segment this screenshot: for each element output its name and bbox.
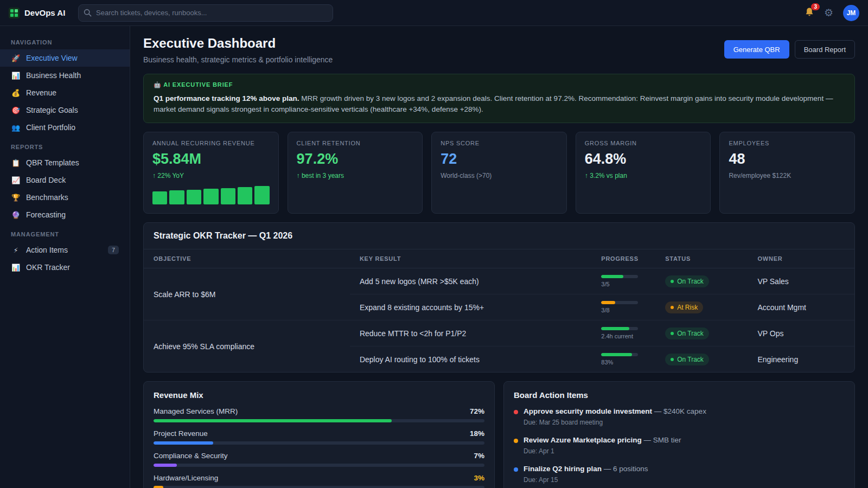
okr-row: Achieve 95% SLA compliance Reduce MTTR t…	[144, 320, 854, 346]
status-badge: On Track	[665, 275, 709, 287]
search-input[interactable]	[78, 4, 333, 22]
board-action-item: Approve security module investment — $24…	[514, 407, 845, 426]
sidebar-section-management: Management	[0, 223, 130, 241]
arr-sparkline-chart	[152, 186, 270, 204]
sidebar-item-qbr-templates[interactable]: 📋 QBR Templates	[0, 154, 130, 171]
app-brand: DevOps AI	[9, 8, 69, 18]
col-status: Status	[655, 249, 748, 268]
sidebar-item-revenue[interactable]: 💰 Revenue	[0, 84, 130, 101]
trophy-icon: 🏆	[11, 194, 21, 202]
settings-gear-icon[interactable]: ⚙	[824, 8, 833, 18]
mix-row-project-revenue: Project Revenue 18%	[154, 429, 484, 445]
mix-row-compliance-security: Compliance & Security 7%	[154, 452, 484, 467]
people-icon: 👥	[11, 124, 21, 132]
col-key-result: Key Result	[350, 249, 591, 268]
okr-row: Scale ARR to $6M Add 5 new logos (MRR >$…	[144, 268, 854, 294]
board-action-item: Review Azure Marketplace pricing — SMB t…	[514, 436, 845, 455]
revenue-mix-card: Revenue Mix Managed Services (MRR) 72% P…	[143, 381, 495, 488]
page-subtitle: Business health, strategic metrics & por…	[143, 55, 333, 64]
ai-brief-lead: Q1 performance tracking 12% above plan.	[154, 94, 299, 102]
sidebar-item-executive-view[interactable]: 🚀 Executive View	[0, 49, 130, 67]
key-result-cell: Reduce MTTR to <2h for P1/P2	[350, 320, 591, 346]
progress-bar	[601, 301, 615, 304]
sidebar-section-navigation: Navigation	[0, 31, 130, 49]
notifications-button[interactable]: 3	[805, 7, 814, 19]
progress-cell: 83%	[591, 346, 655, 373]
kpi-sub: ↑ best in 3 years	[297, 172, 414, 179]
kpi-card-nps: NPS Score 72 World-class (>70)	[431, 132, 567, 214]
kpi-card-gross-margin: Gross Margin 64.8% ↑ 3.2% vs plan	[576, 132, 711, 214]
kpi-label: Annual Recurring Revenue	[152, 140, 270, 146]
sidebar-item-business-health[interactable]: 📊 Business Health	[0, 67, 130, 84]
sidebar-item-forecasting[interactable]: 🔮 Forecasting	[0, 206, 130, 223]
sidebar-item-okr-tracker[interactable]: 📊 OKR Tracker	[0, 259, 130, 276]
ai-brief-body: Q1 performance tracking 12% above plan. …	[154, 93, 845, 114]
user-avatar[interactable]: JM	[843, 5, 859, 21]
priority-dot-icon	[514, 410, 518, 414]
search-box	[78, 4, 333, 22]
key-result-cell: Expand 8 existing accounts by 15%+	[350, 294, 591, 320]
sidebar-item-action-items[interactable]: ⚡ Action Items 7	[0, 241, 130, 259]
key-result-cell: Add 5 new logos (MRR >$5K each)	[350, 268, 591, 294]
action-items-count-badge: 7	[108, 246, 119, 254]
sidebar-item-strategic-goals[interactable]: 🎯 Strategic Goals	[0, 101, 130, 119]
owner-cell: Account Mgmt	[748, 294, 854, 320]
main-content: Executive Dashboard Business health, str…	[130, 26, 868, 488]
board-action-item: Finalize Q2 hiring plan — 6 positions Du…	[514, 465, 845, 484]
owner-cell: Engineering	[748, 346, 854, 373]
money-icon: 💰	[11, 89, 21, 97]
top-bar: DevOps AI 3 ⚙ JM	[0, 0, 868, 26]
kpi-sub: ↑ 3.2% vs plan	[585, 172, 702, 179]
kpi-value: 64.8%	[585, 151, 702, 168]
crystal-ball-icon: 🔮	[11, 211, 21, 219]
progress-cell: 2.4h current	[591, 320, 655, 346]
mix-row-managed-services: Managed Services (MRR) 72%	[154, 407, 484, 422]
app-name: DevOps AI	[24, 8, 65, 17]
kpi-label: NPS Score	[441, 140, 558, 146]
okr-table: Objective Key Result Progress Status Own…	[144, 249, 854, 372]
board-actions-title: Board Action Items	[514, 390, 845, 400]
status-badge: On Track	[665, 354, 709, 365]
bar-chart-icon: 📊	[11, 264, 21, 272]
generate-qbr-button[interactable]: Generate QBR	[724, 40, 789, 59]
page-title: Executive Dashboard	[143, 36, 333, 51]
okr-tracker-card: Strategic OKR Tracker — Q1 2026 Objectiv…	[143, 222, 855, 373]
board-report-button[interactable]: Board Report	[795, 40, 855, 59]
mix-bar	[154, 419, 392, 422]
progress-cell: 3/5	[591, 268, 655, 294]
clipboard-icon: 📋	[11, 159, 21, 167]
status-badge: On Track	[665, 328, 709, 339]
sidebar-item-board-deck[interactable]: 📈 Board Deck	[0, 171, 130, 189]
mix-bar	[154, 441, 213, 445]
progress-bar	[601, 353, 631, 356]
sidebar: Navigation 🚀 Executive View 📊 Business H…	[0, 26, 130, 488]
kpi-card-retention: Client Retention 97.2% ↑ best in 3 years	[288, 132, 423, 214]
sidebar-item-client-portfolio[interactable]: 👥 Client Portfolio	[0, 119, 130, 136]
rocket-icon: 🚀	[11, 54, 21, 62]
key-result-cell: Deploy AI routing to 100% of tickets	[350, 346, 591, 373]
mix-bar	[154, 486, 163, 488]
kpi-sub: Rev/employee $122K	[729, 172, 846, 179]
priority-dot-icon	[514, 439, 518, 443]
search-icon	[84, 9, 92, 17]
kpi-sub: ↑ 22% YoY	[152, 172, 270, 179]
progress-cell: 3/8	[591, 294, 655, 320]
ai-brief-title: 🤖 AI Executive Brief	[154, 81, 845, 88]
mix-row-hardware-licensing: Hardware/Licensing 3%	[154, 474, 484, 488]
kpi-card-arr: Annual Recurring Revenue $5.84M ↑ 22% Yo…	[143, 132, 279, 214]
progress-bar	[601, 327, 629, 330]
okr-tracker-title: Strategic OKR Tracker — Q1 2026	[144, 223, 854, 249]
chart-icon: 📊	[11, 72, 21, 80]
sidebar-item-benchmarks[interactable]: 🏆 Benchmarks	[0, 189, 130, 206]
kpi-value: $5.84M	[152, 151, 270, 168]
app-logo-icon	[9, 8, 20, 18]
kpi-sub: World-class (>70)	[441, 172, 558, 179]
objective-cell: Scale ARR to $6M	[144, 268, 350, 320]
kpi-label: Employees	[729, 140, 846, 146]
target-icon: 🎯	[11, 106, 21, 114]
revenue-mix-title: Revenue Mix	[154, 390, 484, 400]
owner-cell: VP Ops	[748, 320, 854, 346]
col-objective: Objective	[144, 249, 350, 268]
kpi-value: 72	[441, 151, 558, 168]
col-progress: Progress	[591, 249, 655, 268]
